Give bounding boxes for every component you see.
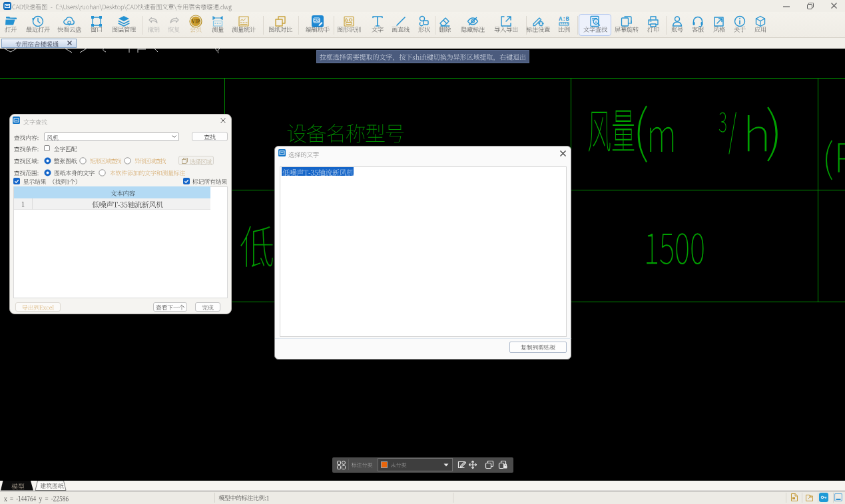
svg-text:A:B: A:B	[559, 16, 569, 23]
svg-text:CAD: CAD	[314, 19, 320, 23]
svg-text:VIP: VIP	[192, 19, 200, 25]
svg-text:A: A	[595, 20, 597, 24]
